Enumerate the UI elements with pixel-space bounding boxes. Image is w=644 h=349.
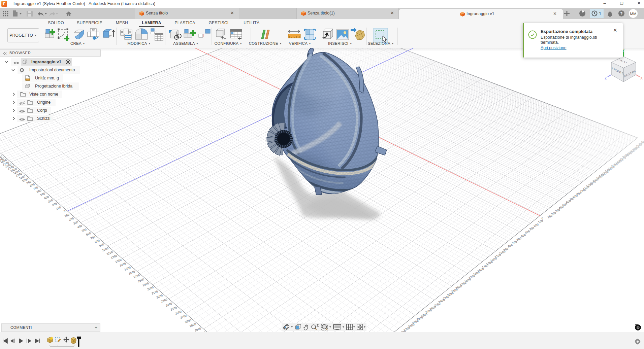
svg-text:500: 500 (40, 192, 46, 197)
svg-text:2400: 2400 (165, 302, 172, 308)
svg-text:300: 300 (73, 220, 79, 225)
svg-text:1400: 1400 (119, 262, 126, 268)
svg-text:400: 400 (77, 224, 83, 229)
svg-text:?: ? (620, 11, 622, 16)
svg-text:400: 400 (43, 195, 50, 200)
svg-text:200: 200 (52, 202, 58, 207)
svg-text:MM: MM (630, 12, 636, 16)
svg-text:100: 100 (56, 206, 62, 211)
svg-text:1000: 1000 (101, 247, 109, 252)
svg-text:2000: 2000 (147, 286, 154, 291)
svg-text:300: 300 (47, 199, 54, 204)
svg-text:2200: 2200 (156, 294, 163, 300)
svg-text:1100: 1100 (106, 250, 114, 256)
svg-text:900: 900 (99, 243, 105, 248)
svg-text:1: 1 (599, 11, 601, 16)
svg-text:3000: 3000 (194, 327, 201, 333)
svg-text:500: 500 (81, 228, 87, 233)
svg-text:2800: 2800 (184, 318, 192, 324)
svg-text:1600: 1600 (128, 270, 135, 276)
svg-text:2100: 2100 (151, 290, 158, 295)
svg-text:1200: 1200 (110, 254, 118, 260)
svg-text:2700: 2700 (180, 314, 187, 320)
svg-text:2500: 2500 (170, 306, 177, 312)
svg-text:1900: 1900 (142, 282, 149, 287)
svg-text:800: 800 (94, 239, 100, 244)
svg-text:0: 0 (63, 209, 66, 213)
svg-text:200: 200 (68, 217, 74, 222)
svg-text:X: X (640, 76, 643, 80)
svg-text:2600: 2600 (174, 310, 182, 316)
svg-text:2900: 2900 (189, 322, 196, 328)
svg-text:1800: 1800 (137, 278, 144, 283)
svg-text:1700: 1700 (133, 274, 140, 279)
svg-text:700: 700 (90, 235, 96, 240)
svg-text:600: 600 (86, 232, 92, 237)
svg-text:2300: 2300 (160, 298, 168, 304)
svg-text:Z: Z (605, 76, 607, 80)
svg-text:1300: 1300 (115, 258, 122, 264)
svg-text:100: 100 (64, 213, 70, 218)
svg-text:1500: 1500 (124, 266, 131, 272)
